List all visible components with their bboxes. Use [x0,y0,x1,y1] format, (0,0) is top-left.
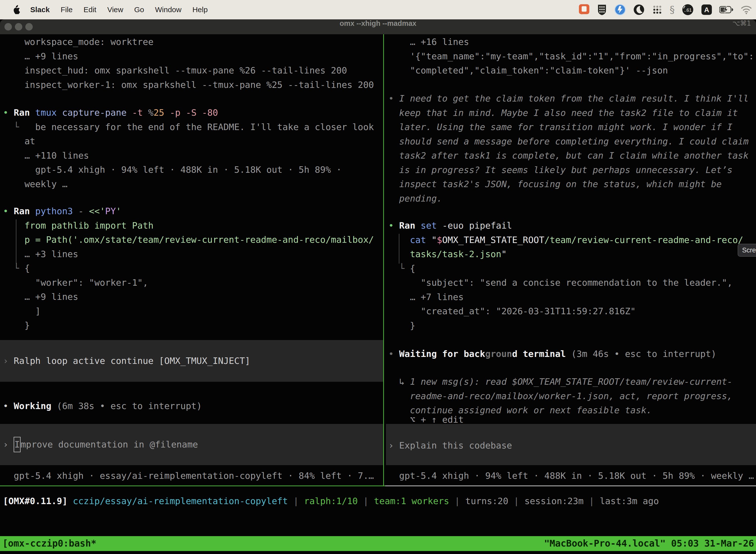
text-segment: └ [3,122,19,132]
letter-a-icon[interactable]: A [701,4,712,15]
terminal-line: later. Using the same for transition mig… [386,120,756,134]
menu-item-go[interactable]: Go [134,5,144,14]
terminal-line: '{"team_name":"my-team","task_id":"1","f… [386,49,756,63]
text-segment: › [3,439,14,449]
text-segment: set [415,220,437,231]
squiggle-icon[interactable]: § [670,4,675,15]
menu-status-icons: § ..61 A [578,0,752,19]
text-segment: • [388,93,399,104]
text-segment: ' [116,206,121,216]
keypad-shield-icon[interactable] [597,4,607,16]
terminal-line: • Waiting for background terminal (3m 46… [386,347,756,361]
text-segment: gpt-5.4 xhigh · 94% left · 488K in · 5.1… [3,165,341,175]
terminal-line: inspect_worker-1: omx sparkshell --tmux-… [0,78,383,92]
text-segment: I need to get the claim token from the c… [399,93,749,104]
text-segment: • [3,401,14,411]
text-segment: -euo pipefail [437,220,512,231]
terminal-line: "completed","claim_token":"claim-token"}… [386,63,756,78]
text-segment: "worker": "worker-1", [3,277,148,288]
text-segment: • [3,107,14,118]
text-segment: capture-pane [57,107,127,118]
text-segment: cczip/essay/ai-reimplementation-copyleft [67,496,288,506]
window-title: omx --xhigh --madmax [0,19,756,34]
countdown-61-badge-icon[interactable]: ..61 [682,3,694,16]
text-segment: pending. [388,193,442,204]
text-segment: { [410,263,416,274]
terminal-line: gpt-5.4 xhigh · 94% left · 488K in · 5.1… [386,468,756,483]
menu-item-edit[interactable]: Edit [83,5,97,14]
terminal-line: • Ran tmux capture-pane -t %25 -p -S -80 [0,106,383,120]
text-segment: "completed","claim_token":"claim-token"}… [388,65,668,75]
apple-menu-icon[interactable] [12,5,21,15]
text-segment: } [388,321,415,331]
chat-bubble-icon[interactable] [578,4,590,16]
terminal-line: ⌥ + ↑ edit [386,412,756,427]
text-segment: ⌥ + ↑ edit [388,414,463,425]
dots-grid-icon[interactable] [652,4,663,16]
text-segment: • [388,220,399,231]
text-segment: | [288,496,304,506]
text-segment: readme-and-reco/mailbox/worker-1.json, a… [388,391,733,401]
right-pane[interactable]: … +16 lines '{"team_name":"my-team","tas… [386,34,756,486]
svg-text:A: A [704,6,709,14]
text-segment: inspect_hud: omx sparkshell --tmux-pane … [3,65,347,75]
text-segment: - [73,206,89,216]
pane-divider[interactable] [383,34,384,486]
text-segment: Waiting for back [399,349,485,359]
terminal-line: › Improve documentation in @filename [0,437,383,452]
tooltip-label: Scre [742,246,756,254]
text-segment: mprove documentation in @filename [20,439,198,449]
terminal-line: › Explain this codebase [386,438,756,453]
text-segment: gpt-5.4 xhigh · essay/ai-reimplementatio… [3,470,374,481]
text-segment: › Explain this codebase [388,440,512,450]
text-segment: … +16 lines [388,37,469,47]
battery-charging-icon[interactable] [719,6,734,14]
terminal-line: p = Path('.omx/state/team/review-current… [0,233,383,247]
text-segment: last:3m ago [600,496,659,506]
terminal-line: • Ran set -euo pipefail [386,218,756,233]
terminal-line: • Working (6m 38s • esc to interrupt) [0,399,383,413]
terminal-line: inspect task2's JSON, focusing on the st… [386,177,756,191]
text-segment: turns:20 [465,496,508,506]
text-cursor[interactable]: I [14,437,20,452]
text-segment: % [143,107,153,118]
text-segment: … +3 lines [3,249,78,259]
menu-item-slack[interactable]: Slack [30,5,50,14]
text-segment: … +7 lines [388,292,463,302]
pane-bottom-border-right [385,486,756,486]
left-pane[interactable]: workspace_mode: worktree … +9 lines insp… [0,34,383,486]
terminal-line: └ { [386,261,756,276]
text-segment: Ran [14,107,30,118]
text-segment: is in progress? It seems likely but perh… [388,165,733,175]
terminal-line: ↳ 1 new msg(s): read $OMX_TEAM_STATE_ROO… [386,375,756,389]
text-segment: task2 after task1 is complete, but can I… [388,151,749,161]
terminal-line: from pathlib import Path [0,218,383,233]
menu-bar: SlackFileEditViewGoWindowHelp [0,0,756,19]
menu-item-help[interactable]: Help [192,5,208,14]
text-segment: 25 [153,107,164,118]
text-segment: python3 [30,206,73,216]
text-segment: • [3,206,14,216]
text-segment: | [508,496,524,506]
text-segment: p = Path('.omx/state/team/review-current… [3,234,374,245]
menu-item-window[interactable]: Window [155,5,182,14]
wifi-icon[interactable] [741,5,752,14]
text-segment: Ralph loop active continue [OMX_TMUX_INJ… [14,356,250,366]
text-segment: at [3,136,35,146]
terminal-line: ] [0,304,383,319]
text-segment: "subject": "send a concise recommendatio… [388,277,733,288]
menu-item-view[interactable]: View [107,5,123,14]
menu-item-file[interactable]: File [61,5,72,14]
bolt-circle-icon[interactable] [614,4,626,16]
terminal-line: … +110 lines [0,149,383,163]
crescent-circle-icon[interactable] [633,4,645,16]
tmux-session-window: [omx-cczip0:bash* [2,536,97,551]
text-segment: • [388,349,399,359]
text-segment: ↳ [388,377,410,387]
window-shortcut-hint: ⌥⌘1 [733,19,751,34]
terminal-line: keep that in mind. Maybe I also need the… [386,106,756,120]
text-segment: "created_at": "2026-03-31T11:59:27.816Z" [388,306,636,316]
text-segment: weekly … [3,179,67,189]
terminal-line: should send a message before completing … [386,134,756,149]
terminal-line: task2 after task1 is complete, but can I… [386,149,756,163]
